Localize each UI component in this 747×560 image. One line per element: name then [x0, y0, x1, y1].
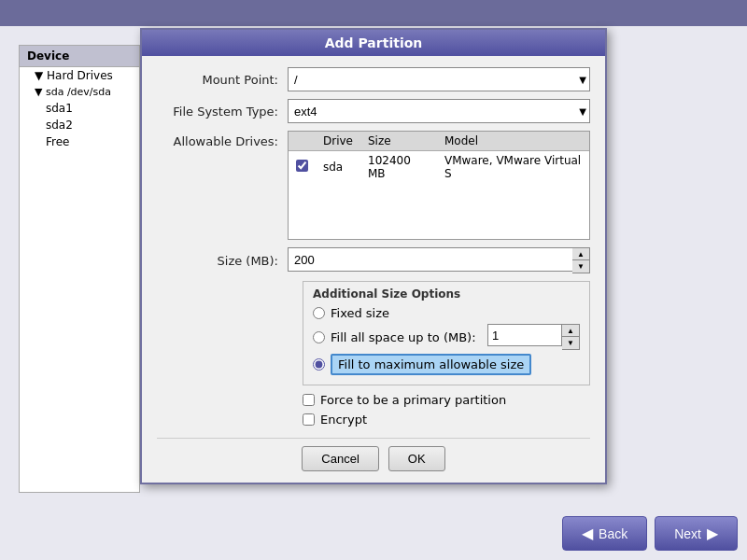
- options-title: Additional Size Options: [313, 287, 580, 301]
- fill-space-decrement-button[interactable]: ▼: [562, 337, 579, 349]
- mount-point-select[interactable]: / /boot /home swap: [288, 67, 590, 91]
- encrypt-row: Encrypt: [303, 413, 590, 427]
- size-spinner: ▲ ▼: [288, 247, 590, 273]
- bottom-navigation: ◀ Back Next ▶: [562, 516, 738, 551]
- force-primary-label: Force to be a primary partition: [320, 393, 506, 407]
- sidebar-item-hard-drives[interactable]: ▼ Hard Drives: [20, 67, 139, 84]
- fixed-size-radio[interactable]: [313, 307, 325, 319]
- mount-point-select-wrapper: / /boot /home swap ▼: [288, 67, 590, 91]
- drives-empty-space: [289, 183, 589, 239]
- next-label: Next: [674, 526, 701, 541]
- size-input[interactable]: [288, 247, 572, 272]
- size-spinner-buttons: ▲ ▼: [572, 247, 590, 273]
- next-button[interactable]: Next ▶: [655, 516, 738, 551]
- mount-point-label: Mount Point:: [157, 73, 288, 87]
- dialog-body: Mount Point: / /boot /home swap ▼ File S…: [142, 56, 605, 483]
- add-partition-dialog: Add Partition Mount Point: / /boot /home…: [140, 28, 607, 484]
- filesystem-select-wrapper: ext4 ext3 ext2 xfs swap btrfs ▼: [288, 99, 590, 123]
- back-arrow-icon: ◀: [582, 525, 593, 542]
- sidebar-header: Device: [20, 46, 139, 67]
- option-fill-space-row: Fill all space up to (MB): ▲ ▼: [313, 324, 580, 350]
- next-arrow-icon: ▶: [707, 525, 718, 542]
- drives-col-drive: Drive: [316, 132, 360, 151]
- dialog-buttons: Cancel OK: [157, 438, 590, 471]
- drive-name: sda: [316, 151, 360, 184]
- filesystem-row: File System Type: ext4 ext3 ext2 xfs swa…: [157, 99, 590, 123]
- back-label: Back: [599, 526, 627, 541]
- size-decrement-button[interactable]: ▼: [572, 260, 589, 273]
- sidebar-item-sda1[interactable]: sda1: [20, 100, 139, 117]
- drives-label: Allowable Drives:: [157, 131, 288, 240]
- drive-size: 102400 MB: [360, 151, 437, 184]
- device-sidebar: Device ▼ Hard Drives ▼ sda /dev/sda sda1…: [19, 45, 140, 493]
- drives-col-model: Model: [437, 132, 589, 151]
- mount-point-row: Mount Point: / /boot /home swap ▼: [157, 67, 590, 91]
- fill-space-input[interactable]: [487, 324, 562, 346]
- bg-title-bar: [0, 0, 747, 26]
- option-fill-max-row: Fill to maximum allowable size: [313, 354, 580, 375]
- fixed-size-label: Fixed size: [331, 306, 389, 320]
- dialog-title: Add Partition: [142, 30, 605, 56]
- drives-section: Allowable Drives: Drive Size Model: [157, 131, 590, 240]
- drive-model: VMware, VMware Virtual S: [437, 151, 589, 184]
- filesystem-label: File System Type:: [157, 105, 288, 119]
- fill-space-spinner-buttons: ▲ ▼: [562, 324, 580, 350]
- table-row: sda 102400 MB VMware, VMware Virtual S: [289, 151, 589, 184]
- encrypt-label: Encrypt: [320, 413, 367, 427]
- drive-checkbox[interactable]: [296, 160, 308, 172]
- cancel-button[interactable]: Cancel: [302, 446, 378, 471]
- fill-max-label: Fill to maximum allowable size: [331, 354, 531, 375]
- filesystem-control: ext4 ext3 ext2 xfs swap btrfs ▼: [288, 99, 590, 123]
- drives-table: Drive Size Model sda 102400 MB VMware, V…: [288, 131, 590, 240]
- force-primary-row: Force to be a primary partition: [303, 393, 590, 407]
- size-row: Size (MB): ▲ ▼: [157, 247, 590, 273]
- filesystem-select[interactable]: ext4 ext3 ext2 xfs swap btrfs: [288, 99, 590, 123]
- size-control: ▲ ▼: [288, 247, 590, 273]
- mount-point-control: / /boot /home swap ▼: [288, 67, 590, 91]
- size-increment-button[interactable]: ▲: [572, 248, 589, 260]
- sidebar-item-free[interactable]: Free: [20, 133, 139, 150]
- fill-space-radio[interactable]: [313, 331, 325, 343]
- fill-max-radio[interactable]: [313, 358, 325, 371]
- size-label: Size (MB):: [157, 254, 288, 268]
- additional-size-options: Additional Size Options Fixed size Fill …: [303, 281, 590, 385]
- sidebar-item-sda[interactable]: ▼ sda /dev/sda: [20, 84, 139, 100]
- back-button[interactable]: ◀ Back: [562, 516, 647, 551]
- fill-space-spinner: ▲ ▼: [487, 324, 580, 350]
- ok-button[interactable]: OK: [388, 446, 445, 471]
- fill-space-label: Fill all space up to (MB):: [331, 330, 476, 344]
- sidebar-item-sda2[interactable]: sda2: [20, 117, 139, 133]
- fill-space-increment-button[interactable]: ▲: [562, 325, 579, 337]
- force-primary-checkbox[interactable]: [303, 394, 315, 406]
- drives-col-size: Size: [360, 132, 437, 151]
- option-fixed-row: Fixed size: [313, 306, 580, 320]
- drives-col-check: [289, 132, 316, 151]
- encrypt-checkbox[interactable]: [303, 413, 315, 426]
